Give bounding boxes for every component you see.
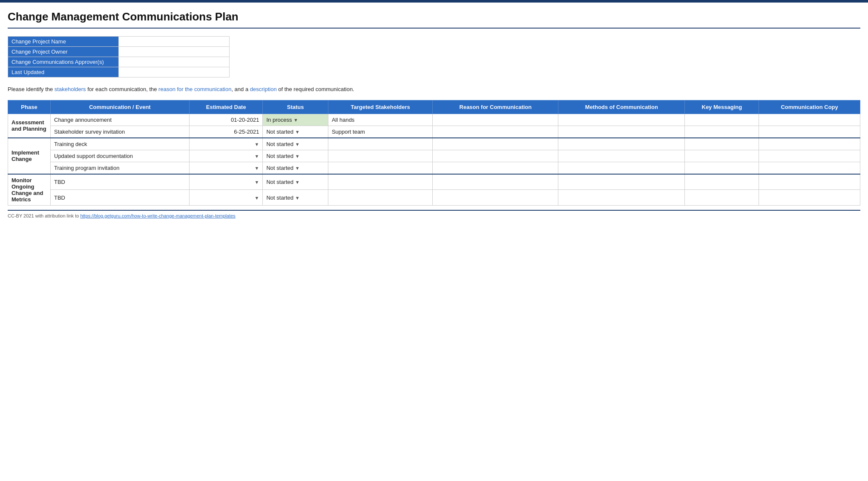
methods-cell (558, 174, 685, 190)
stakeholders-cell (328, 138, 433, 150)
info-label: Change Communications Approver(s) (8, 57, 119, 67)
desc-suffix: of the required communication. (277, 86, 354, 92)
stakeholders-link[interactable]: stakeholders (55, 86, 86, 92)
table-column-header: Estimated Date (189, 100, 263, 114)
desc-prefix: Please identify the (8, 86, 55, 92)
event-cell: Stakeholder survey invitation (51, 126, 190, 138)
event-cell: Training program invitation (51, 162, 190, 174)
description-text: Please identify the stakeholders for eac… (8, 85, 860, 94)
info-value[interactable] (119, 57, 230, 67)
reason-link[interactable]: reason for the communication (158, 86, 231, 92)
date-cell: ▼ (189, 162, 263, 174)
table-column-header: Targeted Stakeholders (328, 100, 433, 114)
event-cell: TBD (51, 190, 190, 205)
table-row: Training program invitation▼Not started … (8, 162, 860, 174)
status-cell[interactable]: Not started ▼ (263, 138, 328, 150)
status-cell[interactable]: Not started ▼ (263, 162, 328, 174)
date-cell: 01-20-2021 (189, 114, 263, 126)
title-divider (8, 28, 860, 29)
event-cell: Training deck (51, 138, 190, 150)
stakeholders-cell (328, 190, 433, 205)
desc-middle2: , and a (231, 86, 250, 92)
info-table: Change Project Name Change Project Owner… (8, 36, 230, 77)
methods-cell (558, 162, 685, 174)
footer-license: CC-BY (8, 213, 22, 218)
info-row: Change Project Name (8, 37, 230, 47)
messaging-cell (685, 138, 759, 150)
stakeholders-cell (328, 162, 433, 174)
copy-cell (759, 162, 860, 174)
footer-year-text: 2021 (23, 213, 34, 218)
stakeholders-cell: Support team (328, 126, 433, 138)
status-cell[interactable]: Not started ▼ (263, 126, 328, 138)
table-column-header: Phase (8, 100, 51, 114)
info-label: Change Project Name (8, 37, 119, 47)
table-header: PhaseCommunication / EventEstimated Date… (8, 100, 860, 114)
table-row: TBD▼Not started ▼ (8, 190, 860, 205)
date-cell: ▼ (189, 174, 263, 190)
stakeholders-cell: All hands (328, 114, 433, 126)
date-cell: 6-25-2021 (189, 126, 263, 138)
desc-middle1: for each communication, the (86, 86, 159, 92)
table-column-header: Methods of Communication (558, 100, 685, 114)
copy-cell (759, 114, 860, 126)
status-cell[interactable]: Not started ▼ (263, 190, 328, 205)
table-row: Assessment and PlanningChange announceme… (8, 114, 860, 126)
status-cell[interactable]: Not started ▼ (263, 150, 328, 162)
event-cell: Updated support documentation (51, 150, 190, 162)
phase-cell: Monitor Ongoing Change and Metrics (8, 174, 51, 206)
page-title: Change Management Communications Plan (8, 10, 860, 23)
status-cell[interactable]: In process ▼ (263, 114, 328, 126)
status-cell[interactable]: Not started ▼ (263, 174, 328, 190)
stakeholders-cell (328, 150, 433, 162)
reason-cell (433, 114, 558, 126)
info-row: Change Project Owner (8, 47, 230, 57)
messaging-cell (685, 126, 759, 138)
info-value[interactable] (119, 37, 230, 47)
date-cell: ▼ (189, 150, 263, 162)
stakeholders-cell (328, 174, 433, 190)
table-row: Implement ChangeTraining deck▼Not starte… (8, 138, 860, 150)
phase-cell: Implement Change (8, 138, 51, 174)
messaging-cell (685, 174, 759, 190)
reason-cell (433, 162, 558, 174)
messaging-cell (685, 190, 759, 205)
main-table: PhaseCommunication / EventEstimated Date… (8, 100, 860, 206)
event-cell: Change announcement (51, 114, 190, 126)
info-value[interactable] (119, 47, 230, 57)
copy-cell (759, 174, 860, 190)
page-container: Change Management Communications Plan Ch… (0, 3, 868, 223)
info-label: Last Updated (8, 67, 119, 77)
reason-cell (433, 126, 558, 138)
info-row: Last Updated (8, 67, 230, 77)
messaging-cell (685, 114, 759, 126)
table-row: Stakeholder survey invitation6-25-2021No… (8, 126, 860, 138)
info-label: Change Project Owner (8, 47, 119, 57)
footer: CC-BY 2021 with attribution link to http… (8, 210, 860, 218)
methods-cell (558, 126, 685, 138)
info-row: Change Communications Approver(s) (8, 57, 230, 67)
description-link[interactable]: description (250, 86, 277, 92)
table-column-header: Communication Copy (759, 100, 860, 114)
phase-cell: Assessment and Planning (8, 114, 51, 138)
footer-link[interactable]: https://blog.getguru.com/how-to-write-ch… (80, 213, 235, 218)
messaging-cell (685, 150, 759, 162)
copy-cell (759, 126, 860, 138)
methods-cell (558, 138, 685, 150)
reason-cell (433, 174, 558, 190)
reason-cell (433, 138, 558, 150)
copy-cell (759, 190, 860, 205)
info-value[interactable] (119, 67, 230, 77)
copy-cell (759, 138, 860, 150)
date-cell: ▼ (189, 138, 263, 150)
table-row: Updated support documentation▼Not starte… (8, 150, 860, 162)
methods-cell (558, 190, 685, 205)
table-column-header: Communication / Event (51, 100, 190, 114)
table-column-header: Key Messaging (685, 100, 759, 114)
reason-cell (433, 190, 558, 205)
reason-cell (433, 150, 558, 162)
table-column-header: Reason for Communication (433, 100, 558, 114)
messaging-cell (685, 162, 759, 174)
table-column-header: Status (263, 100, 328, 114)
copy-cell (759, 150, 860, 162)
